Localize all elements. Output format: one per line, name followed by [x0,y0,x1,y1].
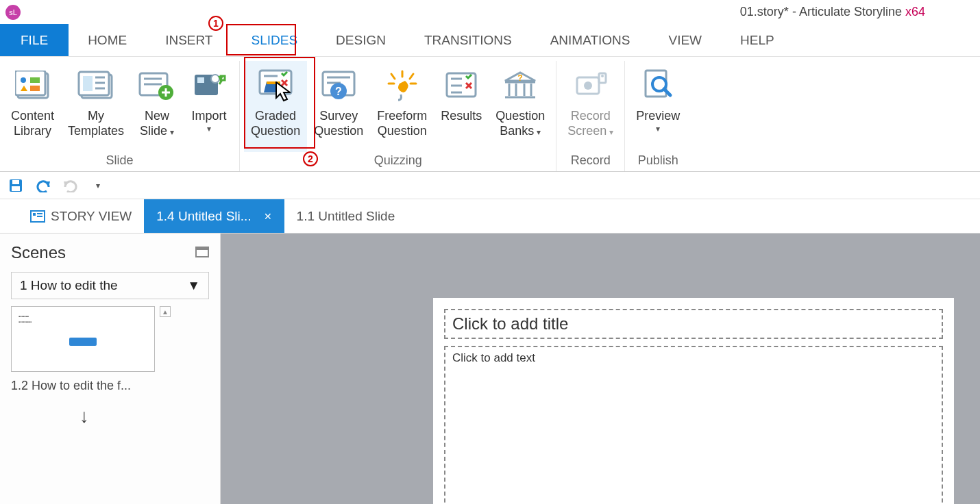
window-title: 01.story* - Articulate Storyline x64 [0,5,980,19]
new-slide-button[interactable]: New Slide [131,61,183,152]
menu-slides[interactable]: SLIDES [232,24,317,56]
ribbon-group-slide: Content Library My Templates New Slide I… [0,61,240,171]
document-tabs: STORY VIEW 1.4 Untitled Sli... ✕ 1.1 Unt… [0,199,980,234]
svg-point-20 [211,75,219,83]
survey-question-icon: ? [319,66,358,105]
slide-canvas-area[interactable]: Click to add title Click to add text [221,234,980,504]
new-slide-icon [138,66,176,105]
my-templates-label: My Templates [68,109,124,138]
results-button[interactable]: Results [434,61,489,152]
tab-story-view[interactable]: STORY VIEW [0,199,144,233]
svg-rect-62 [12,186,20,191]
save-button[interactable] [7,177,25,194]
ribbon-group-publish: Preview ▾ Publish [625,61,691,171]
chevron-down-icon: ▼ [187,278,200,293]
freeform-question-label: Freeform Question [377,109,427,138]
story-view-icon [30,210,45,223]
svg-line-36 [410,74,413,79]
svg-marker-28 [276,82,290,101]
svg-rect-3 [30,77,40,83]
content-library-label: Content Library [11,109,54,138]
svg-rect-61 [12,180,19,184]
content-library-button[interactable]: Content Library [4,61,61,152]
freeform-question-button[interactable]: Freeform Question [370,61,434,152]
import-button[interactable]: Import ▾ [183,61,235,152]
svg-rect-70 [196,247,208,250]
group-label-publish: Publish [638,152,678,168]
import-icon [190,66,228,105]
results-label: Results [441,109,482,124]
title-bar: sL 01.story* - Articulate Storyline x64 [0,0,980,24]
tab-slide-1-1-label: 1.1 Untitled Slide [297,209,395,224]
svg-rect-5 [30,86,40,91]
svg-rect-67 [37,213,42,214]
svg-point-2 [21,77,26,83]
preview-button[interactable]: Preview ▾ [629,61,687,152]
question-banks-button[interactable]: ? Question Banks [489,61,552,152]
svg-rect-68 [37,216,42,217]
record-screen-icon [572,66,610,105]
undo-button[interactable] [34,177,52,194]
new-slide-label: New Slide [140,109,174,138]
my-templates-button[interactable]: My Templates [61,61,131,152]
scenes-panel-menu-icon[interactable] [195,247,209,259]
svg-point-54 [584,81,592,90]
question-banks-label: Question Banks [495,109,545,138]
app-name: Articulate Storyline [799,5,902,18]
svg-rect-66 [33,213,36,216]
menu-tabs: FILE HOME INSERT SLIDES DESIGN TRANSITIO… [0,24,980,57]
body-placeholder[interactable]: Click to add text [444,346,943,504]
question-banks-icon: ? [501,66,539,105]
slide-thumbnail-caption: 1.2 How to edit the f... [11,379,209,393]
tab-slide-1-4[interactable]: 1.4 Untitled Sli... ✕ [144,199,284,233]
callout-badge-2: 2 [303,151,318,166]
svg-rect-19 [197,77,204,83]
tab-story-view-label: STORY VIEW [51,209,132,224]
redo-button[interactable] [62,177,79,194]
title-placeholder[interactable]: Click to add title [444,309,943,339]
thumb-scroll-up[interactable]: ▲ [159,306,171,372]
preview-label: Preview [636,109,680,124]
menu-help[interactable]: HELP [721,24,794,56]
graded-question-label: Graded Question [251,109,300,138]
qat-customize-button[interactable]: ▾ [89,177,107,194]
scene-selector[interactable]: 1 How to edit the ▼ [11,272,209,299]
arch-label: x64 [902,5,925,18]
tab-slide-1-4-label: 1.4 Untitled Sli... [156,209,251,224]
preview-icon [639,66,677,105]
svg-rect-57 [646,71,666,97]
callout-badge-1: 1 [208,16,223,31]
menu-animations[interactable]: ANIMATIONS [531,24,650,56]
file-name: 01.story* [740,5,789,18]
group-label-slide: Slide [106,152,134,168]
my-templates-icon [77,66,115,105]
menu-transitions[interactable]: TRANSITIONS [405,24,531,56]
ribbon-group-quizzing: Graded Question ? Survey Question Freefo… [240,61,556,171]
menu-file[interactable]: FILE [0,24,69,56]
graded-question-icon [256,66,295,105]
ribbon-group-record: Record Screen Record [556,61,625,171]
scene-selector-label: 1 How to edit the [20,278,118,293]
menu-design[interactable]: DESIGN [317,24,405,56]
tab-slide-1-1[interactable]: 1.1 Untitled Slide [284,199,408,233]
scenes-panel: Scenes 1 How to edit the ▼ ▪▪▪▪▪▪▪▪▪▪▪▪▪… [0,234,221,504]
group-label-record: Record [571,152,611,168]
survey-question-label: Survey Question [314,109,363,138]
survey-question-button[interactable]: ? Survey Question [307,61,370,152]
svg-point-56 [601,75,604,77]
record-screen-label: Record Screen [567,109,613,138]
record-screen-button[interactable]: Record Screen [561,61,620,152]
close-icon[interactable]: ✕ [264,211,272,222]
content-library-icon [14,66,52,105]
flow-arrow-icon: ↓ [79,405,209,427]
freeform-question-icon [383,66,421,105]
menu-home[interactable]: HOME [69,24,146,56]
svg-rect-8 [83,76,93,91]
slide-thumbnail[interactable]: ▪▪▪▪▪▪▪▪▪▪▪▪▪▪▪▪ [11,306,155,372]
menu-view[interactable]: VIEW [649,24,721,56]
workspace: Scenes 1 How to edit the ▼ ▪▪▪▪▪▪▪▪▪▪▪▪▪… [0,234,980,504]
graded-question-button[interactable]: Graded Question [244,61,307,152]
group-label-quizzing: Quizzing [374,152,422,168]
svg-text:?: ? [335,86,342,97]
slide-canvas[interactable]: Click to add title Click to add text [433,298,954,504]
